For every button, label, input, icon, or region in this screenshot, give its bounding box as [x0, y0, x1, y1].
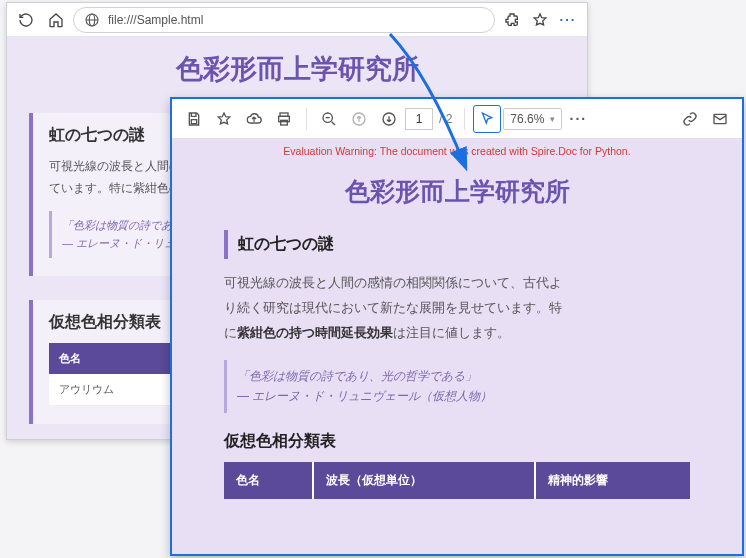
cursor-icon[interactable]: [473, 105, 501, 133]
pdf-toolbar: / 2 76.6% ▾ ···: [172, 99, 742, 139]
page-total: / 2: [435, 112, 456, 126]
save-icon[interactable]: [180, 105, 208, 133]
mail-icon[interactable]: [706, 105, 734, 133]
pdf-page: Evaluation Warning: The document was cre…: [172, 139, 742, 554]
browser-toolbar: file:///Sample.html ···: [7, 3, 587, 37]
evaluation-warning: Evaluation Warning: The document was cre…: [224, 145, 690, 157]
refresh-icon[interactable]: [13, 7, 39, 33]
quote-box: 「色彩は物質の詩であり、光の哲学である」 — エレーヌ・ド・リュニヴェール（仮想…: [224, 360, 690, 413]
table-header: 色名: [224, 462, 313, 499]
home-icon[interactable]: [43, 7, 69, 33]
more-icon[interactable]: ···: [555, 7, 581, 33]
arrow-up-icon[interactable]: [345, 105, 373, 133]
section-paragraph: 可視光線の波長と人間の感情の相関関係について、古代よ り続く研究は現代において新…: [224, 271, 690, 346]
svg-rect-2: [191, 119, 196, 123]
section-heading: 虹の七つの謎: [238, 234, 680, 255]
more-icon[interactable]: ···: [564, 105, 592, 133]
favorites-icon[interactable]: [527, 7, 553, 33]
page-number-input[interactable]: [405, 108, 433, 130]
doc-title: 色彩形而上学研究所: [224, 175, 690, 208]
arrow-down-icon[interactable]: [375, 105, 403, 133]
upload-icon[interactable]: [240, 105, 268, 133]
url-text: file:///Sample.html: [108, 13, 203, 27]
color-table: 色名 波長（仮想単位） 精神的影響: [224, 462, 690, 499]
pdf-viewer-window: / 2 76.6% ▾ ··· Evaluation Warning: The …: [170, 97, 744, 556]
page-title: 色彩形而上学研究所: [29, 51, 565, 87]
file-icon: [84, 12, 100, 28]
zoom-out-icon[interactable]: [315, 105, 343, 133]
table-header: 波長（仮想単位）: [313, 462, 535, 499]
section-heading-bar: 虹の七つの謎: [224, 230, 690, 259]
chevron-down-icon: ▾: [550, 114, 555, 124]
table-header: 精神的影響: [535, 462, 690, 499]
print-icon[interactable]: [270, 105, 298, 133]
star-icon[interactable]: [210, 105, 238, 133]
link-icon[interactable]: [676, 105, 704, 133]
zoom-select[interactable]: 76.6% ▾: [503, 108, 562, 130]
section-heading: 仮想色相分類表: [224, 431, 690, 452]
address-bar[interactable]: file:///Sample.html: [73, 7, 495, 33]
extensions-icon[interactable]: [499, 7, 525, 33]
